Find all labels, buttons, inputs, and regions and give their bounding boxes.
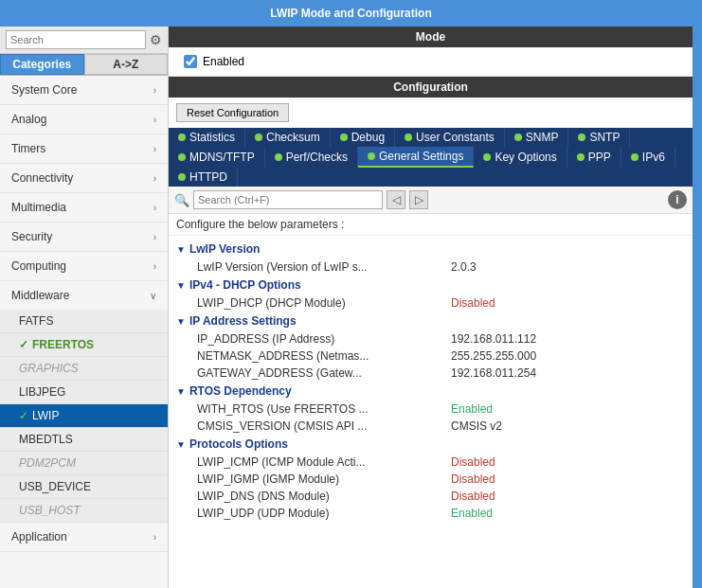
scrollbar-right xyxy=(693,27,702,588)
chevron-icon: › xyxy=(153,232,156,242)
top-bar-title: LWIP Mode and Configuration xyxy=(270,7,431,20)
nav-next-button[interactable]: ▷ xyxy=(409,190,428,209)
sidebar-sub-item-usb-device[interactable]: USB_DEVICE xyxy=(0,475,168,499)
sidebar-item-security[interactable]: Security › xyxy=(0,223,168,252)
dot-icon xyxy=(405,134,412,141)
chevron-icon: › xyxy=(153,261,156,272)
tree-group-ipv4-dhcp[interactable]: ▼ IPv4 - DHCP Options xyxy=(169,276,693,294)
info-button[interactable]: i xyxy=(668,190,687,209)
dot-icon xyxy=(275,153,282,161)
top-bar: LWIP Mode and Configuration xyxy=(0,0,702,27)
config-tabs: Statistics Checksum Debug User Constants xyxy=(169,128,693,187)
config-tab-key-options[interactable]: Key Options xyxy=(474,147,567,168)
sidebar-sub-item-freertos[interactable]: ✓ FREERTOS xyxy=(0,333,168,357)
search-icon: 🔍 xyxy=(174,193,189,207)
sidebar-item-analog[interactable]: Analog › xyxy=(0,105,168,134)
reset-configuration-button[interactable]: Reset Configuration xyxy=(176,103,289,122)
sidebar-item-middleware[interactable]: Middleware ∨ xyxy=(0,281,168,310)
tree-item-netmask: NETMASK_ADDRESS (Netmas... 255.255.255.0… xyxy=(169,347,693,365)
dot-icon xyxy=(255,134,262,141)
tree-item-lwip-dns: LWIP_DNS (DNS Module) Disabled xyxy=(169,488,693,505)
mode-section: Enabled xyxy=(169,47,693,76)
config-tab-user-constants[interactable]: User Constants xyxy=(395,128,505,147)
check-icon: ✓ xyxy=(19,409,28,422)
sidebar-item-multimedia[interactable]: Multimedia › xyxy=(0,193,168,223)
content-area: Mode Enabled Configuration Reset Configu… xyxy=(169,27,693,588)
tree-item-ip-address: IP_ADDRESS (IP Address) 192.168.011.112 xyxy=(169,330,693,347)
config-tab-checksum[interactable]: Checksum xyxy=(245,128,331,147)
configure-hint: Configure the below parameters : xyxy=(169,214,693,236)
sidebar-sub-item-lwip[interactable]: ✓ LWIP xyxy=(0,404,168,428)
mode-section-header: Mode xyxy=(169,27,693,47)
dot-icon xyxy=(631,153,639,161)
dot-icon xyxy=(340,134,348,141)
config-tab-mdns-tftp[interactable]: MDNS/TFTP xyxy=(169,147,265,168)
tree-item-lwip-udp: LWIP_UDP (UDP Module) Enabled xyxy=(169,505,693,522)
middleware-sub-items: FATFS ✓ FREERTOS GRAPHICS LIBJPEG ✓ LWIP xyxy=(0,310,168,523)
dot-icon xyxy=(178,173,186,181)
sidebar-sub-item-mbedtls[interactable]: MBEDTLS xyxy=(0,428,168,452)
sidebar-gear-button[interactable]: ⚙ xyxy=(150,30,162,49)
dot-icon xyxy=(178,153,186,161)
sidebar-item-connectivity[interactable]: Connectivity › xyxy=(0,164,168,193)
tree-item-cmsis-version: CMSIS_VERSION (CMSIS API ... CMSIS v2 xyxy=(169,418,693,435)
config-section: Configuration Reset Configuration Statis… xyxy=(169,76,693,588)
chevron-icon: › xyxy=(153,173,156,184)
sidebar-sub-item-usb-host[interactable]: USB_HOST xyxy=(0,499,168,523)
collapse-icon: ▼ xyxy=(176,244,186,255)
config-tree: ▼ LwlP Version LwIP Version (Version of … xyxy=(169,236,693,588)
dot-icon xyxy=(578,134,585,141)
dot-icon xyxy=(368,152,375,160)
config-section-header: Configuration xyxy=(169,77,693,98)
tree-group-lwip-version[interactable]: ▼ LwlP Version xyxy=(169,240,693,258)
sidebar-search-bar: ⚙ xyxy=(0,27,168,54)
chevron-down-icon: ∨ xyxy=(150,291,156,301)
chevron-icon: › xyxy=(153,144,156,154)
sidebar-item-computing[interactable]: Computing › xyxy=(0,252,168,281)
tree-item-gateway: GATEWAY_ADDRESS (Gatew... 192.168.011.25… xyxy=(169,365,693,382)
sidebar-item-system-core[interactable]: System Core › xyxy=(0,76,168,105)
config-search-row: 🔍 ◁ ▷ i xyxy=(169,187,693,214)
tree-group-protocols[interactable]: ▼ Protocols Options xyxy=(169,435,693,454)
chevron-icon: › xyxy=(153,532,156,543)
config-tab-debug[interactable]: Debug xyxy=(331,128,395,147)
sidebar-sub-item-graphics[interactable]: GRAPHICS xyxy=(0,357,168,381)
config-tab-sntp[interactable]: SNTP xyxy=(568,128,630,147)
reset-btn-row: Reset Configuration xyxy=(169,98,693,128)
sidebar-sub-item-libjpeg[interactable]: LIBJPEG xyxy=(0,381,168,404)
enabled-checkbox[interactable] xyxy=(184,55,197,68)
tree-group-ip-address[interactable]: ▼ IP Address Settings xyxy=(169,312,693,330)
tab-a-to-z[interactable]: A->Z xyxy=(84,54,169,75)
dot-icon xyxy=(483,153,491,161)
collapse-icon: ▼ xyxy=(176,439,186,450)
config-tab-ipv6[interactable]: IPv6 xyxy=(621,147,675,168)
sidebar-item-timers[interactable]: Timers › xyxy=(0,134,168,164)
sidebar-sub-item-fatfs[interactable]: FATFS xyxy=(0,310,168,333)
sidebar-items: System Core › Analog › Timers › Connecti… xyxy=(0,76,168,588)
dot-icon xyxy=(577,153,585,161)
tree-group-rtos[interactable]: ▼ RTOS Dependency xyxy=(169,382,693,401)
sidebar: ⚙ Categories A->Z System Core › Analog ›… xyxy=(0,27,169,588)
config-search-input[interactable] xyxy=(193,190,383,209)
tree-item-lwip-icmp: LWIP_ICMP (ICMP Module Acti... Disabled xyxy=(169,454,693,471)
tree-item-lwip-version: LwIP Version (Version of LwIP s... 2.0.3 xyxy=(169,258,693,276)
tree-item-lwip-igmp: LWIP_IGMP (IGMP Module) Disabled xyxy=(169,471,693,488)
config-tab-perf-checks[interactable]: Perf/Checks xyxy=(265,147,358,168)
config-tab-ppp[interactable]: PPP xyxy=(567,147,621,168)
sidebar-sub-item-pdm2pcm[interactable]: PDM2PCM xyxy=(0,452,168,475)
dot-icon xyxy=(514,134,522,141)
config-tab-snmp[interactable]: SNMP xyxy=(505,128,569,147)
check-icon: ✓ xyxy=(19,338,28,351)
collapse-icon: ▼ xyxy=(176,386,186,397)
sidebar-search-input[interactable] xyxy=(6,30,146,49)
config-tab-httpd[interactable]: HTTPD xyxy=(169,168,238,187)
config-tab-general-settings[interactable]: General Settings xyxy=(358,147,474,168)
tab-categories[interactable]: Categories xyxy=(0,54,84,75)
enabled-label: Enabled xyxy=(203,55,244,68)
config-tab-statistics[interactable]: Statistics xyxy=(169,128,245,147)
sidebar-item-application[interactable]: Application › xyxy=(0,523,168,552)
tree-item-lwip-dhcp: LWIP_DHCP (DHCP Module) Disabled xyxy=(169,294,693,312)
sidebar-tabs: Categories A->Z xyxy=(0,54,168,76)
dot-icon xyxy=(178,134,186,141)
nav-prev-button[interactable]: ◁ xyxy=(387,190,405,209)
